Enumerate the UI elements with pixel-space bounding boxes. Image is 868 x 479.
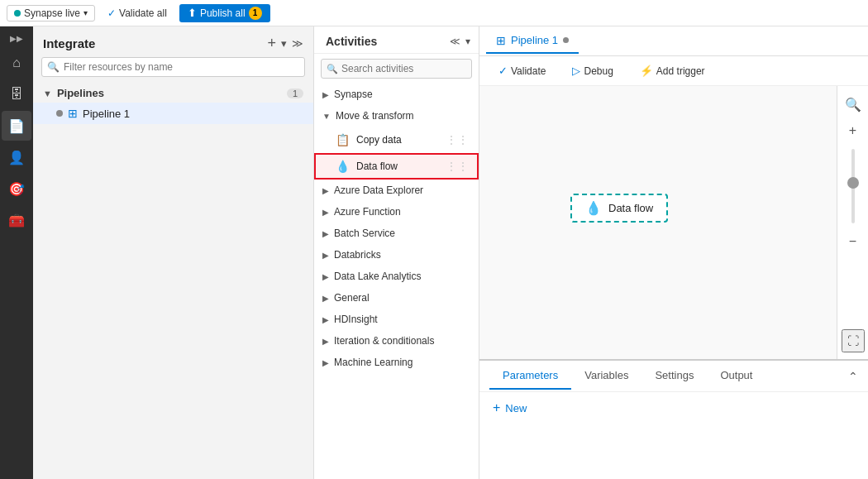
fullscreen-button[interactable]: ⛶ — [842, 329, 865, 352]
validate-all-button[interactable]: ✓ Validate all — [100, 5, 174, 22]
iteration-conditionals-group: ▶ Iteration & conditionals — [314, 330, 479, 352]
activities-search-input[interactable] — [321, 59, 472, 79]
activities-collapse-icon[interactable]: ≪ — [450, 36, 460, 47]
canvas-tab-bar: ⊞ Pipeline 1 — [479, 26, 868, 56]
publish-icon: ⬆ — [188, 7, 197, 19]
databricks-chevron-icon: ▶ — [322, 251, 329, 260]
sidebar-add-icon[interactable]: + — [267, 35, 276, 52]
add-trigger-icon: ⚡ — [640, 65, 653, 77]
general-label: General — [334, 292, 370, 304]
add-trigger-label: Add trigger — [656, 65, 705, 77]
move-transform-group-header[interactable]: ▼ Move & transform — [314, 105, 479, 127]
azure-function-header[interactable]: ▶ Azure Function — [314, 201, 479, 223]
pipeline-1-tab-icon: ⊞ — [496, 34, 506, 47]
copy-data-drag-icon: ⋮⋮ — [446, 133, 469, 146]
dataflow-canvas-node[interactable]: 💧 Data flow — [570, 194, 668, 223]
activities-search-icon: 🔍 — [327, 64, 338, 74]
pipeline-dot-icon — [56, 110, 63, 117]
azure-data-explorer-label: Azure Data Explorer — [334, 184, 423, 196]
hdinsight-chevron-icon: ▶ — [322, 315, 329, 324]
machine-learning-chevron-icon: ▶ — [322, 358, 329, 367]
general-chevron-icon: ▶ — [322, 294, 329, 303]
validate-check-icon: ✓ — [107, 7, 116, 19]
publish-badge: 1 — [249, 7, 262, 20]
activity-bar-tools[interactable]: 🧰 — [2, 205, 31, 235]
zoom-slider-handle[interactable] — [847, 177, 859, 189]
debug-button[interactable]: ▷ Debug — [563, 61, 622, 80]
bottom-panel-collapse-icon[interactable]: ⌃ — [848, 370, 858, 383]
validate-all-label: Validate all — [119, 7, 167, 19]
activity-bar-integrate[interactable]: 📄 — [2, 111, 31, 141]
activity-bar-monitor[interactable]: 👤 — [2, 142, 31, 172]
synapse-group: ▶ Synapse — [314, 84, 479, 105]
databricks-group: ▶ Databricks — [314, 244, 479, 266]
azure-function-group: ▶ Azure Function — [314, 201, 479, 223]
pipelines-count: 1 — [287, 89, 303, 98]
synapse-status-dot — [14, 10, 21, 17]
general-header[interactable]: ▶ General — [314, 287, 479, 309]
bottom-tabs: Parameters Variables Settings Output ⌃ — [479, 361, 868, 392]
general-group: ▶ General — [314, 287, 479, 309]
hdinsight-group: ▶ HDInsight — [314, 309, 479, 330]
activities-panel: Activities ≪ ▾ 🔍 ▶ Synapse ▼ Move & tran… — [314, 26, 479, 479]
machine-learning-header[interactable]: ▶ Machine Learning — [314, 352, 479, 373]
sidebar: Integrate + ▾ ≫ 🔍 ▼ Pipelines 1 ⊞ Pipeli… — [33, 26, 314, 479]
dataflow-node-icon: 💧 — [585, 200, 602, 216]
hdinsight-header[interactable]: ▶ HDInsight — [314, 309, 479, 330]
new-plus-icon: + — [493, 400, 500, 415]
databricks-header[interactable]: ▶ Databricks — [314, 244, 479, 266]
pipeline-1-item[interactable]: ⊞ Pipeline 1 — [33, 103, 313, 124]
data-flow-drag-icon: ⋮⋮ — [446, 160, 469, 173]
variables-tab[interactable]: Variables — [571, 362, 641, 390]
pipeline-pipeline-icon: ⊞ — [68, 107, 78, 120]
synapse-live-label: Synapse live — [24, 7, 80, 19]
new-parameter-button[interactable]: + New — [493, 400, 527, 415]
new-label: New — [505, 402, 527, 414]
activity-bar-data[interactable]: 🗄 — [2, 79, 31, 109]
copy-data-item[interactable]: 📋 Copy data ⋮⋮ — [314, 127, 479, 153]
zoom-slider-track — [851, 149, 855, 223]
azure-data-explorer-header[interactable]: ▶ Azure Data Explorer — [314, 180, 479, 201]
output-tab[interactable]: Output — [707, 362, 765, 390]
sidebar-pipelines-section[interactable]: ▼ Pipelines 1 — [33, 84, 313, 103]
activity-bar-expand[interactable]: ▶▶ — [2, 30, 31, 46]
sidebar-collapse-icon[interactable]: ▾ — [281, 37, 287, 50]
data-flow-label: Data flow — [356, 160, 398, 172]
publish-all-button[interactable]: ⬆ Publish all 1 — [179, 4, 270, 22]
zoom-in-button[interactable]: + — [842, 119, 865, 142]
batch-service-label: Batch Service — [334, 228, 395, 239]
iteration-conditionals-header[interactable]: ▶ Iteration & conditionals — [314, 330, 479, 352]
pipeline-1-tab[interactable]: ⊞ Pipeline 1 — [486, 29, 579, 54]
activity-bar-home[interactable]: ⌂ — [2, 48, 31, 78]
move-transform-chevron-icon: ▼ — [322, 112, 331, 121]
bottom-content: + New — [479, 392, 868, 424]
validate-button[interactable]: ✓ Validate — [489, 61, 555, 80]
data-flow-item[interactable]: 💧 Data flow ⋮⋮ — [314, 153, 479, 180]
parameters-tab[interactable]: Parameters — [489, 362, 571, 390]
synapse-group-header[interactable]: ▶ Synapse — [314, 84, 479, 105]
sidebar-close-icon[interactable]: ≫ — [292, 37, 303, 50]
pipeline-1-tab-label: Pipeline 1 — [511, 34, 558, 46]
settings-tab[interactable]: Settings — [641, 362, 707, 390]
activity-bar-manage[interactable]: 🎯 — [2, 174, 31, 204]
zoom-out-button[interactable]: − — [842, 230, 865, 253]
batch-service-header[interactable]: ▶ Batch Service — [314, 223, 479, 244]
move-transform-group: ▼ Move & transform 📋 Copy data ⋮⋮ 💧 Data… — [314, 105, 479, 180]
azure-function-chevron-icon: ▶ — [322, 208, 329, 217]
zoom-search-button[interactable]: 🔍 — [842, 93, 865, 116]
parameters-tab-label: Parameters — [503, 369, 558, 381]
iteration-conditionals-chevron-icon: ▶ — [322, 337, 329, 346]
activities-chevron-icon[interactable]: ▾ — [465, 36, 470, 47]
data-lake-analytics-chevron-icon: ▶ — [322, 272, 329, 281]
canvas-toolbar: ✓ Validate ▷ Debug ⚡ Add trigger — [479, 56, 868, 86]
synapse-chevron-icon: ▾ — [83, 8, 88, 17]
debug-play-icon: ▷ — [572, 65, 580, 77]
canvas-main[interactable]: 💧 Data flow 🔍 + − ⛶ — [479, 86, 868, 359]
validate-check-icon: ✓ — [498, 65, 508, 77]
add-trigger-button[interactable]: ⚡ Add trigger — [631, 61, 714, 80]
canvas-area: ⊞ Pipeline 1 ✓ Validate ▷ Debug ⚡ Add tr… — [479, 26, 868, 479]
data-lake-analytics-header[interactable]: ▶ Data Lake Analytics — [314, 266, 479, 287]
sidebar-filter-input[interactable] — [41, 57, 305, 77]
synapse-live-button[interactable]: Synapse live ▾ — [7, 5, 95, 22]
activities-title: Activities — [326, 35, 377, 48]
